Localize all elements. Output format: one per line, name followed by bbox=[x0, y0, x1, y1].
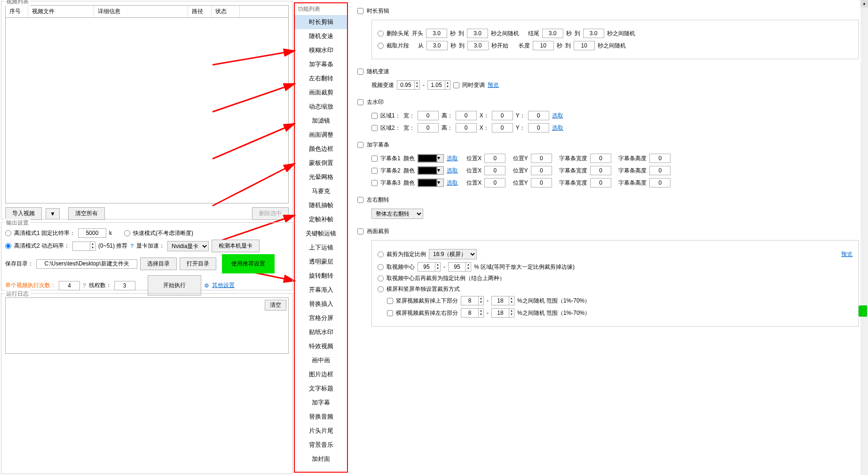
thread-input[interactable] bbox=[114, 281, 135, 290]
func-item-24[interactable]: 画中画 bbox=[295, 353, 347, 367]
crop-ratio-radio[interactable] bbox=[378, 251, 384, 257]
sub1-x-input[interactable] bbox=[484, 154, 505, 163]
sub2-color-btn[interactable]: ▾ bbox=[437, 167, 443, 174]
import-video-button[interactable]: 导入视频 bbox=[5, 207, 42, 220]
hcrop-max-input[interactable] bbox=[491, 308, 509, 318]
func-item-14[interactable]: 定帧补帧 bbox=[295, 212, 347, 226]
a2-select-link[interactable]: 选取 bbox=[552, 124, 563, 132]
speed-max-input[interactable] bbox=[427, 80, 445, 90]
center-min-input[interactable] bbox=[418, 262, 435, 272]
crop-both-radio[interactable] bbox=[378, 275, 384, 281]
func-item-0[interactable]: 时长剪辑 bbox=[295, 15, 347, 29]
hcrop-min-input[interactable] bbox=[461, 308, 479, 318]
mode2-radio[interactable] bbox=[5, 243, 11, 249]
vcrop-min-input[interactable] bbox=[461, 296, 479, 305]
sub2-h-input[interactable] bbox=[649, 166, 671, 175]
gpu-select[interactable]: Nvidia显卡 bbox=[167, 241, 209, 251]
sub3-select-link[interactable]: 选取 bbox=[447, 179, 458, 187]
log-body[interactable]: 清空 bbox=[5, 297, 289, 354]
sub3-w-input[interactable] bbox=[590, 178, 611, 187]
clip-len-max-input[interactable] bbox=[574, 41, 595, 50]
vcrop-max-input[interactable] bbox=[491, 296, 509, 305]
func-item-28[interactable]: 替换音频 bbox=[295, 410, 347, 424]
func-item-31[interactable]: 加封面 bbox=[295, 452, 347, 466]
clip-len-min-input[interactable] bbox=[533, 41, 554, 50]
help-icon[interactable]: ? bbox=[83, 282, 86, 289]
sub3-color-btn[interactable]: ▾ bbox=[437, 179, 443, 187]
scrollbar[interactable]: ▲ bbox=[860, 0, 868, 475]
sub1-y-input[interactable] bbox=[531, 154, 552, 163]
func-item-18[interactable]: 旋转翻转 bbox=[295, 269, 347, 283]
subtitle-checkbox[interactable] bbox=[357, 142, 363, 148]
func-item-4[interactable]: 左右翻转 bbox=[295, 71, 347, 86]
sub3-checkbox[interactable] bbox=[371, 180, 378, 186]
a2-h-input[interactable] bbox=[456, 123, 477, 132]
col-file[interactable]: 视频文件 bbox=[28, 6, 94, 17]
crop-center-radio[interactable] bbox=[378, 264, 384, 270]
delete-selected-button[interactable]: 删除选中 bbox=[252, 207, 289, 220]
duration-checkbox[interactable] bbox=[357, 8, 363, 14]
func-item-8[interactable]: 画面调整 bbox=[295, 128, 347, 142]
flip-select[interactable]: 整体左右翻转 bbox=[371, 209, 423, 219]
sub2-color-swatch[interactable] bbox=[418, 167, 437, 174]
func-item-1[interactable]: 随机变速 bbox=[295, 29, 347, 43]
sub2-y-input[interactable] bbox=[531, 166, 552, 175]
sub1-color-btn[interactable]: ▾ bbox=[437, 155, 443, 162]
func-item-5[interactable]: 画面裁剪 bbox=[295, 86, 347, 100]
scroll-up-icon[interactable]: ▲ bbox=[860, 0, 868, 8]
sub2-x-input[interactable] bbox=[484, 166, 505, 175]
crop-hv-radio[interactable] bbox=[378, 286, 384, 292]
a1-y-input[interactable] bbox=[528, 111, 549, 120]
func-item-12[interactable]: 马赛克 bbox=[295, 184, 347, 198]
settings-panel[interactable]: 时长剪辑 删除头尾 开头 秒到 秒之间随机 结尾 秒到 秒之间随机 截取片段 bbox=[348, 0, 868, 475]
func-item-7[interactable]: 加滤镜 bbox=[295, 114, 347, 128]
mode1-radio[interactable] bbox=[5, 230, 11, 236]
hcrop-checkbox[interactable] bbox=[387, 310, 393, 316]
crop-ratio-select[interactable]: 16:9（横屏） bbox=[429, 249, 477, 259]
clip-radio[interactable] bbox=[378, 43, 384, 49]
tail-min-input[interactable] bbox=[542, 29, 563, 38]
col-num[interactable]: 序号 bbox=[6, 6, 28, 17]
sub1-checkbox[interactable] bbox=[371, 156, 378, 162]
crop-checkbox[interactable] bbox=[357, 228, 363, 234]
sub1-h-input[interactable] bbox=[649, 154, 671, 163]
center-max-input[interactable] bbox=[448, 262, 466, 272]
func-item-11[interactable]: 光晕网格 bbox=[295, 170, 347, 184]
func-item-25[interactable]: 图片边框 bbox=[295, 367, 347, 382]
start-button[interactable]: 开始执行 bbox=[148, 275, 201, 296]
exec-count-input[interactable] bbox=[59, 281, 80, 290]
clear-all-button[interactable]: 清空所有 bbox=[68, 207, 105, 220]
func-item-29[interactable]: 片头片尾 bbox=[295, 424, 347, 438]
help-icon[interactable]: ? bbox=[130, 243, 134, 249]
col-detail[interactable]: 详细信息 bbox=[94, 6, 188, 17]
crop-preview-link[interactable]: 预览 bbox=[841, 250, 852, 258]
use-recommended-button[interactable]: 使用推荐设置 bbox=[222, 254, 275, 273]
detect-gpu-button[interactable]: 检测本机显卡 bbox=[212, 240, 260, 252]
sub2-checkbox[interactable] bbox=[371, 168, 378, 174]
area1-checkbox[interactable] bbox=[371, 113, 378, 119]
a2-x-input[interactable] bbox=[492, 123, 513, 132]
speed-min-input[interactable] bbox=[397, 80, 415, 90]
a2-y-input[interactable] bbox=[528, 123, 549, 132]
func-item-23[interactable]: 特效视频 bbox=[295, 339, 347, 353]
watermark-checkbox[interactable] bbox=[357, 99, 363, 105]
sub2-w-input[interactable] bbox=[590, 166, 611, 175]
flip-checkbox[interactable] bbox=[357, 197, 363, 203]
import-dropdown-button[interactable]: ▼ bbox=[46, 208, 60, 219]
clip-from-min-input[interactable] bbox=[426, 41, 448, 50]
sub1-color-swatch[interactable] bbox=[418, 155, 437, 162]
save-dir-input[interactable] bbox=[36, 259, 137, 269]
func-item-19[interactable]: 开幕渐入 bbox=[295, 283, 347, 297]
fastmode-radio[interactable] bbox=[124, 230, 130, 236]
a1-select-link[interactable]: 选取 bbox=[552, 112, 563, 120]
func-item-27[interactable]: 加字幕 bbox=[295, 396, 347, 410]
head-min-input[interactable] bbox=[426, 29, 447, 38]
a1-x-input[interactable] bbox=[492, 111, 513, 120]
a1-h-input[interactable] bbox=[456, 111, 477, 120]
func-item-17[interactable]: 透明蒙层 bbox=[295, 255, 347, 269]
pitch-checkbox[interactable] bbox=[453, 82, 459, 88]
sub3-h-input[interactable] bbox=[649, 178, 671, 187]
sub3-color-swatch[interactable] bbox=[418, 179, 437, 187]
sub1-select-link[interactable]: 选取 bbox=[447, 155, 458, 163]
func-item-9[interactable]: 颜色边框 bbox=[295, 142, 347, 156]
